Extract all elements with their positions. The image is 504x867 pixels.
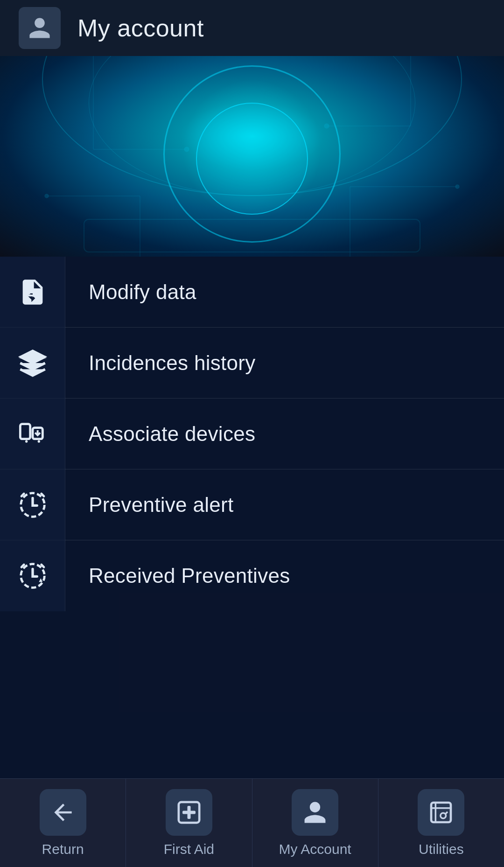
menu-list: Modify data Incidences history Ass: [0, 257, 504, 778]
circuit-decoration: [0, 56, 504, 257]
received-preventives-label: Received Preventives: [65, 564, 290, 587]
hero-banner: [0, 56, 504, 257]
svg-point-17: [37, 440, 40, 442]
svg-rect-24: [182, 811, 196, 814]
nav-first-aid-label: First Aid: [164, 841, 214, 857]
svg-point-5: [324, 124, 329, 128]
menu-item-associate-devices[interactable]: Associate devices: [0, 399, 504, 469]
preventive-alert-label: Preventive alert: [65, 493, 234, 517]
modify-data-icon-box: [0, 257, 65, 328]
modify-data-label: Modify data: [65, 280, 196, 304]
clock-alert-icon: [18, 490, 48, 520]
nav-item-first-aid[interactable]: First Aid: [126, 779, 252, 867]
svg-point-8: [45, 194, 49, 198]
first-aid-icon: [176, 799, 202, 825]
nav-item-my-account[interactable]: My Account: [252, 779, 378, 867]
bottom-navigation: Return First Aid My Account: [0, 778, 504, 867]
nav-utilities-label: Utilities: [419, 841, 464, 857]
return-icon-wrap: [40, 789, 86, 836]
incidences-history-label: Incidences history: [65, 351, 256, 375]
svg-point-11: [455, 185, 459, 189]
return-icon: [50, 799, 76, 825]
svg-line-29: [446, 811, 448, 814]
associate-devices-label: Associate devices: [65, 422, 255, 446]
svg-rect-12: [84, 219, 420, 252]
avatar: [19, 7, 61, 49]
svg-point-2: [184, 147, 189, 152]
page-title: My account: [77, 14, 204, 42]
utilities-icon: [428, 799, 454, 825]
associate-devices-icon-box: [0, 399, 65, 469]
nav-my-account-label: My Account: [279, 841, 351, 857]
devices-icon: [18, 419, 48, 449]
menu-item-modify-data[interactable]: Modify data: [0, 257, 504, 328]
nav-return-label: Return: [42, 841, 84, 857]
preventive-alert-icon-box: [0, 469, 65, 540]
menu-item-preventive-alert[interactable]: Preventive alert: [0, 469, 504, 540]
my-account-icon-wrap: [292, 789, 338, 836]
incidences-history-icon-box: [0, 328, 65, 399]
document-edit-icon: [18, 277, 48, 307]
layers-icon: [18, 348, 48, 378]
header: My account: [0, 0, 504, 56]
svg-rect-14: [20, 424, 30, 439]
clock-warning-icon: [18, 561, 48, 591]
received-preventives-icon-box: [0, 540, 65, 611]
account-nav-icon: [302, 799, 328, 825]
nav-item-utilities[interactable]: Utilities: [378, 779, 504, 867]
user-icon: [27, 15, 52, 41]
utilities-icon-wrap: [418, 789, 464, 836]
nav-item-return[interactable]: Return: [0, 779, 126, 867]
menu-item-incidences-history[interactable]: Incidences history: [0, 328, 504, 399]
menu-item-received-preventives[interactable]: Received Preventives: [0, 540, 504, 611]
first-aid-icon-wrap: [166, 789, 212, 836]
svg-point-16: [25, 440, 28, 442]
